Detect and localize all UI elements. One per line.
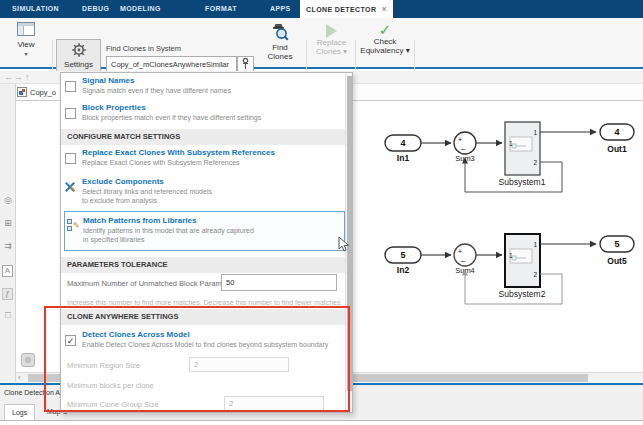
model-2-group[interactable]: 5 In2 + − Sum4 1 1 2 Subsystem2 5 Out5 — [385, 234, 634, 304]
breadcrumb-model-name[interactable]: Copy_o — [30, 88, 56, 97]
subsystem-name: Subsystem2 — [499, 289, 546, 299]
replace-exact-clones-item[interactable]: Replace Exact Clones With Subsystem Refe… — [82, 148, 275, 157]
update-diagram-icon[interactable]: ⇉ — [0, 241, 16, 251]
find-clones-label-2: Clones — [258, 52, 302, 61]
outport-name: Out1 — [607, 144, 627, 154]
subsystem-in-port: 1 — [509, 252, 513, 259]
view-button-label: View — [4, 40, 48, 49]
left-toolbar: ◎ ⊞ ⇉ A ƒ □ ▣ ▤ » — [0, 84, 16, 382]
replace-clones-label-1: Replace — [310, 38, 353, 47]
sum-minus-sign: − — [461, 257, 466, 266]
pin-icon — [241, 57, 250, 70]
replace-exact-clones-desc: Replace Exact Clones with Subsystem Refe… — [82, 159, 240, 166]
tolerance-hint: Increase this number to find more matche… — [67, 299, 342, 306]
subsystem-out1-port: 1 — [533, 129, 537, 136]
outport-number: 4 — [614, 127, 619, 137]
gear-icon — [71, 42, 87, 58]
tab-clone-detector-label: CLONE DETECTOR — [306, 6, 376, 13]
area-box-icon[interactable]: □ — [0, 310, 16, 320]
forward-arrow-icon[interactable]: → — [14, 72, 23, 82]
model-canvas[interactable]: 4 In1 + − Sum3 1 1 2 Subsystem1 4 Out1 5… — [352, 101, 643, 372]
tab-apps[interactable]: APPS — [264, 0, 297, 18]
mouse-cursor — [338, 236, 350, 252]
signal-names-desc: Signals match even if they have differen… — [82, 87, 231, 94]
section-parameters-tolerance: PARAMETERS TOLERANCE — [61, 257, 346, 273]
match-patterns-desc-2: in specified libraries — [83, 236, 144, 243]
outport-number: 5 — [614, 239, 619, 249]
ribbon-toolbar: View ▾ Settings ▾ Find Clones in System … — [0, 18, 643, 69]
inport-number: 5 — [400, 250, 405, 260]
inport-name: In1 — [397, 153, 410, 163]
pencil-icon: ✎ — [73, 221, 80, 230]
tab-format[interactable]: FORMAT — [199, 0, 243, 18]
check-equivalency-label-2: Equivalency ▾ — [358, 46, 412, 55]
exclude-components-item[interactable]: Exclude Components — [82, 177, 164, 186]
max-unmatched-label: Maximum Number of Unmatched Block Parame… — [67, 279, 238, 288]
tab-logs[interactable]: Logs — [4, 404, 35, 420]
tab-simulation[interactable]: SIMULATION — [6, 0, 65, 18]
tab-clone-detector[interactable]: CLONE DETECTOR× — [300, 0, 393, 18]
app-tab-bar: SIMULATION DEBUG MODELING FORMAT APPS CL… — [0, 0, 643, 18]
settings-button-label: Settings — [57, 60, 100, 69]
block-properties-checkbox[interactable] — [65, 108, 76, 119]
check-equivalency-button[interactable]: ✓ Check Equivalency ▾ — [358, 22, 412, 55]
view-button[interactable]: View ▾ — [4, 22, 48, 58]
model-1-group[interactable]: 4 In1 + − Sum3 1 1 2 Subsystem1 4 Out1 — [385, 122, 634, 192]
signal-names-checkbox[interactable] — [65, 81, 76, 92]
scroll-left-icon[interactable]: ‹ — [18, 373, 21, 382]
match-patterns-item[interactable]: ✎ Match Patterns from Libraries Identify… — [64, 211, 345, 251]
red-highlight-box — [44, 306, 350, 412]
canvas-pan-button[interactable] — [21, 353, 35, 367]
subsystem-name: Subsystem1 — [499, 177, 546, 187]
subsystem-in-port: 1 — [509, 140, 513, 147]
pencil-icon: ✎ — [69, 185, 76, 194]
inport-name: In2 — [397, 265, 410, 275]
replace-exact-clones-checkbox[interactable] — [65, 153, 76, 164]
back-arrow-icon[interactable]: ← — [4, 72, 13, 82]
replace-clones-button: Replace Clones ▾ — [310, 22, 353, 56]
match-patterns-title: Match Patterns from Libraries — [83, 216, 196, 225]
subsystem-out2-port: 2 — [533, 271, 537, 278]
block-properties-desc: Block properties match even if they have… — [82, 114, 261, 121]
replace-clones-label-2: Clones ▾ — [310, 47, 353, 56]
signal-names-item[interactable]: Signal Names — [82, 76, 134, 85]
check-equivalency-label-1: Check — [358, 37, 412, 46]
section-configure-match-settings: CONFIGURE MATCH SETTINGS — [61, 129, 346, 145]
green-check-icon: ✓ — [379, 21, 392, 38]
panel-content — [0, 420, 643, 425]
function-icon[interactable]: ƒ — [2, 288, 13, 300]
max-unmatched-input[interactable]: 50 — [221, 274, 337, 291]
up-arrow-icon[interactable]: ↑ — [25, 72, 30, 82]
fit-to-view-icon[interactable]: ⊞ — [0, 218, 16, 228]
replace-clones-icon — [326, 24, 337, 38]
exclude-components-desc-2: to exclude from analysis — [82, 197, 157, 204]
subsystem-out1-port: 1 — [533, 241, 537, 248]
close-icon[interactable]: × — [381, 4, 387, 14]
view-panel-icon — [17, 22, 35, 36]
annotation-icon[interactable]: A — [2, 265, 13, 277]
sum-minus-sign: − — [461, 145, 466, 154]
tab-modeling[interactable]: MODELING — [114, 0, 167, 18]
zoom-icon[interactable]: ◎ — [0, 195, 16, 205]
match-patterns-desc-1: Identify patterns in this model that are… — [83, 227, 254, 234]
find-clones-in-system-label: Find Clones in System — [106, 44, 181, 53]
chevron-down-icon: ▾ — [24, 51, 27, 57]
find-clones-label-1: Find — [258, 43, 302, 52]
sum-plus-sign: + — [458, 136, 462, 143]
subsystem-out2-port: 2 — [533, 159, 537, 166]
sum-plus-sign: + — [458, 248, 462, 255]
model-file-icon — [17, 87, 27, 97]
outport-name: Out5 — [607, 256, 627, 266]
tab-debug[interactable]: DEBUG — [76, 0, 115, 18]
exclude-components-desc-1: Select library links and referenced mode… — [82, 188, 212, 195]
inport-number: 4 — [400, 138, 405, 148]
block-properties-item[interactable]: Block Properties — [82, 103, 146, 112]
find-clones-icon — [271, 22, 290, 41]
find-clones-button[interactable]: Find Clones — [258, 22, 302, 61]
